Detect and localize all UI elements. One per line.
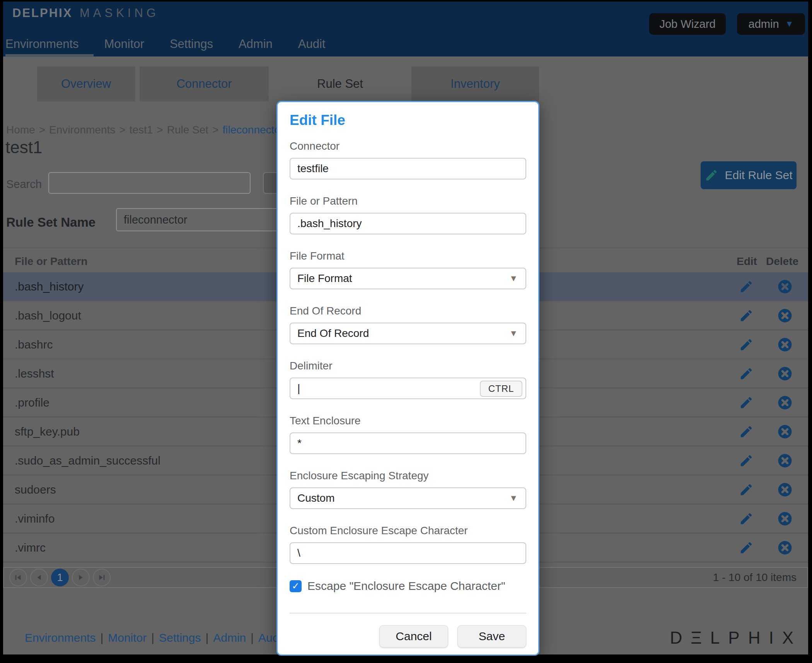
file-name: .viminfo <box>15 512 55 525</box>
edit-row-button[interactable] <box>739 366 754 381</box>
cancel-button[interactable]: Cancel <box>379 625 448 648</box>
delete-x-icon <box>778 395 792 410</box>
pencil-icon <box>739 279 754 294</box>
delete-row-button[interactable] <box>778 395 792 410</box>
breadcrumb-test1[interactable]: test1 <box>130 124 153 136</box>
delete-x-icon <box>778 453 792 468</box>
connector-label: Connector <box>290 140 526 152</box>
delete-row-button[interactable] <box>778 453 792 468</box>
delete-row-button[interactable] <box>778 540 792 555</box>
breadcrumb-home[interactable]: Home <box>6 124 35 136</box>
connector-input[interactable] <box>290 158 526 179</box>
delimiter-group: Delimiter | CTRL <box>290 360 526 399</box>
delete-row-button[interactable] <box>778 279 792 294</box>
end-of-record-label: End Of Record <box>290 305 526 317</box>
delete-row-button[interactable] <box>778 482 792 497</box>
end-of-record-select[interactable]: End Of Record ▼ <box>290 323 526 344</box>
tab-connector[interactable]: Connector <box>140 67 269 101</box>
file-name: sudoers <box>15 483 56 496</box>
breadcrumb-environments[interactable]: Environments <box>49 124 115 136</box>
search-input[interactable] <box>48 172 251 194</box>
edit-row-button[interactable] <box>739 453 754 468</box>
ctrl-button[interactable]: CTRL <box>480 381 522 397</box>
pencil-icon <box>739 337 754 352</box>
text-enclosure-input[interactable] <box>290 432 526 454</box>
breadcrumb-rule-set[interactable]: Rule Set <box>167 124 208 136</box>
edit-row-button[interactable] <box>739 511 754 526</box>
delete-row-button[interactable] <box>778 308 792 323</box>
tab-overview[interactable]: Overview <box>37 67 135 101</box>
pencil-icon <box>739 453 754 468</box>
file-pattern-input[interactable] <box>290 213 526 234</box>
delete-x-icon <box>778 424 792 439</box>
first-page-button[interactable] <box>9 569 27 586</box>
delete-x-icon <box>778 337 792 352</box>
pencil-icon <box>739 366 754 381</box>
tab-inventory[interactable]: Inventory <box>411 67 539 101</box>
delete-row-button[interactable] <box>778 337 792 352</box>
admin-label: admin <box>749 18 779 31</box>
delimiter-field[interactable]: | CTRL <box>290 378 526 399</box>
column-header-edit: Edit <box>737 255 757 268</box>
edit-row-button[interactable] <box>739 482 754 497</box>
main-nav: Environments Monitor Settings Admin Audi… <box>5 37 351 51</box>
nav-item-admin[interactable]: Admin <box>239 37 273 51</box>
footer-separator: | <box>100 631 103 644</box>
edit-row-button[interactable] <box>739 395 754 410</box>
escape-char-group: Custom Enclosure Escape Character <box>290 525 526 564</box>
file-name: .lesshst <box>15 367 54 380</box>
last-page-icon <box>97 573 106 582</box>
next-page-button[interactable] <box>72 569 90 586</box>
footer-link-environments[interactable]: Environments <box>25 631 96 644</box>
pencil-icon <box>739 424 754 439</box>
pencil-icon <box>705 168 718 182</box>
footer-separator: | <box>251 631 254 644</box>
file-name: .bash_logout <box>15 309 81 322</box>
footer-link-monitor[interactable]: Monitor <box>108 631 147 644</box>
delete-row-button[interactable] <box>778 424 792 439</box>
rule-set-name-input[interactable] <box>116 208 285 231</box>
current-page-button[interactable]: 1 <box>51 569 69 586</box>
breadcrumb-current: fileconnector <box>222 124 284 136</box>
last-page-button[interactable] <box>93 569 111 586</box>
delete-x-icon <box>778 511 792 526</box>
escape-char-input[interactable] <box>290 542 526 564</box>
tab-rule-set[interactable]: Rule Set <box>273 67 407 101</box>
footer-link-settings[interactable]: Settings <box>159 631 201 644</box>
edit-row-button[interactable] <box>739 540 754 555</box>
nav-item-audit[interactable]: Audit <box>298 37 326 51</box>
edit-row-button[interactable] <box>739 424 754 439</box>
file-name: .vimrc <box>15 541 46 554</box>
tab-connector-label: Connector <box>176 77 232 91</box>
edit-rule-set-button[interactable]: Edit Rule Set <box>701 161 797 189</box>
save-button[interactable]: Save <box>457 625 526 648</box>
escape-checkbox[interactable]: ✓ <box>290 580 302 592</box>
rule-set-name-label: Rule Set Name <box>6 215 96 230</box>
connector-group: Connector <box>290 140 526 179</box>
current-page-number: 1 <box>57 572 63 584</box>
text-enclosure-group: Text Enclosure <box>290 415 526 454</box>
job-wizard-button[interactable]: Job Wizard <box>649 13 726 35</box>
file-format-select[interactable]: File Format ▼ <box>290 268 526 289</box>
delete-row-button[interactable] <box>778 366 792 381</box>
escaping-strategy-select[interactable]: Custom ▼ <box>290 487 526 509</box>
escaping-strategy-label: Enclosure Escaping Strategy <box>290 470 526 482</box>
tab-overview-label: Overview <box>61 77 111 91</box>
brand-logo: DELPHIX MASKING <box>12 6 159 20</box>
nav-item-monitor[interactable]: Monitor <box>104 37 144 51</box>
screen: DELPHIX MASKING Job Wizard admin ▼ Envir… <box>0 0 812 663</box>
previous-page-button[interactable] <box>30 569 48 586</box>
delete-row-button[interactable] <box>778 511 792 526</box>
brand-secondary: MASKING <box>80 6 159 20</box>
footer-link-admin[interactable]: Admin <box>213 631 246 644</box>
admin-menu-button[interactable]: admin ▼ <box>737 13 805 35</box>
escape-checkbox-row: ✓ Escape "Enclosure Escape Character" <box>290 579 526 593</box>
edit-row-button[interactable] <box>739 279 754 294</box>
edit-row-button[interactable] <box>739 337 754 352</box>
edit-row-button[interactable] <box>739 308 754 323</box>
escape-char-label: Custom Enclosure Escape Character <box>290 525 526 537</box>
sub-tabs: Overview Connector Rule Set Inventory <box>37 67 539 101</box>
nav-item-settings[interactable]: Settings <box>170 37 213 51</box>
tab-inventory-label: Inventory <box>450 77 500 91</box>
nav-item-environments[interactable]: Environments <box>5 37 79 51</box>
